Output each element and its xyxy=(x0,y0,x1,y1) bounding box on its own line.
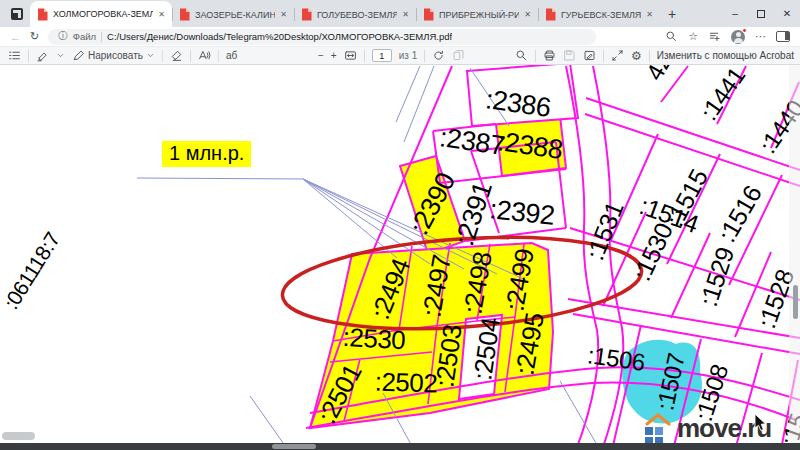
settings-gear-icon[interactable]: ⚙ xyxy=(631,50,642,62)
contents-icon[interactable] xyxy=(8,49,21,62)
search-icon[interactable] xyxy=(515,49,528,62)
page-number-input[interactable]: 1 xyxy=(372,49,392,62)
read-aloud-icon[interactable] xyxy=(198,49,211,62)
fullscreen-icon[interactable] xyxy=(611,49,624,62)
pdf-toolbar: Нарисовать аб − + 1 из 1 ⚙ Изменить с по… xyxy=(0,47,800,65)
file-scheme-label: Файл xyxy=(73,31,96,42)
save-icon[interactable] xyxy=(563,49,576,62)
tab-close-icon[interactable]: ✕ xyxy=(402,10,409,19)
address-url: C:/Users/Денис/Downloads/Telegram%20Desk… xyxy=(107,31,452,42)
parcel-label-0611187: :061118:7 xyxy=(0,228,65,313)
tab-3[interactable]: ПРИБРЕЖНЫЙ-РИЭЛТ.pdf✕ xyxy=(416,2,538,27)
parcel-label-1507: :1507 xyxy=(651,351,690,413)
viewer-bottom-background xyxy=(0,443,800,450)
price-callout: 1 млн.р. xyxy=(162,141,251,167)
parcel-label-2495: :2495 xyxy=(509,310,550,377)
page-count-label: из 1 xyxy=(399,50,418,61)
tabs: ХОЛМОГОРОВКА-ЗЕМЛЯ.pdf✕ЗАОЗЕРЬЕ-КАЛИНОВК… xyxy=(30,0,660,27)
mouse-cursor-icon xyxy=(754,414,767,432)
parcel-label-1530: :1530 xyxy=(627,219,679,286)
parcel-label-2497: :2497 xyxy=(416,252,457,319)
chevron-down-icon[interactable] xyxy=(56,49,65,62)
draw-label: Нарисовать xyxy=(88,50,143,61)
new-tab-button[interactable]: + xyxy=(668,6,676,22)
print-icon[interactable] xyxy=(543,49,556,62)
tab-4[interactable]: ГУРЬЕВСК-ЗЕМЛЯ.pdf✕ xyxy=(538,2,660,27)
eraser-icon[interactable] xyxy=(170,49,183,62)
vertical-scrollbar-thumb[interactable] xyxy=(793,285,798,319)
parcel-label-2502: :2502 xyxy=(374,366,438,399)
fit-width-icon[interactable] xyxy=(344,49,357,62)
parcel-label-1506: :1506 xyxy=(586,341,647,377)
pdf-viewport[interactable]: :061118:7:2386:2387:2388:2390:2391:2392:… xyxy=(0,65,800,450)
page-view-icon[interactable] xyxy=(452,49,465,62)
minimize-button[interactable]: – xyxy=(722,8,748,19)
tab-close-icon[interactable]: ✕ xyxy=(524,10,531,19)
parcel-label-2388: :2388 xyxy=(496,126,565,166)
text-tools-icon[interactable]: аб xyxy=(226,50,237,61)
parcel-label-1516: :1516 xyxy=(712,181,767,248)
address-divider xyxy=(101,32,102,42)
favorite-star-icon[interactable]: ☆ xyxy=(688,30,698,43)
tab-1[interactable]: ЗАОЗЕРЬЕ-КАЛИНОВКА-ЗЕ✕ xyxy=(172,2,294,27)
maximize-icon xyxy=(757,10,765,18)
parcel-label-2530: :2530 xyxy=(342,322,406,356)
tab-label: ГОЛУБЕВО-ЗЕМЛЯ.pdf xyxy=(317,10,397,20)
browser-tab-bar: ХОЛМОГОРОВКА-ЗЕМЛЯ.pdf✕ЗАОЗЕРЬЕ-КАЛИНОВК… xyxy=(0,0,800,27)
parcel-label-2501: :2501 xyxy=(312,359,369,429)
maximize-button[interactable] xyxy=(748,10,774,18)
profile-avatar[interactable] xyxy=(731,30,745,44)
parcel-label-1515: :1515 xyxy=(660,165,714,232)
parcel-labels: :061118:7:2386:2387:2388:2390:2391:2392:… xyxy=(0,65,800,450)
parcel-label-2503: :2503 xyxy=(429,323,468,389)
tab-close-icon[interactable]: ✕ xyxy=(280,10,287,19)
zoom-out-icon[interactable]: − xyxy=(318,50,324,61)
address-bar-actions: ☆ ⋯ xyxy=(665,30,790,44)
tab-label: ЗАОЗЕРЬЕ-КАЛИНОВКА-ЗЕ xyxy=(195,10,275,20)
parcel-label-42: 42 xyxy=(640,65,677,85)
tab-label: ГУРЬЕВСК-ЗЕМЛЯ.pdf xyxy=(561,10,641,20)
parcel-label-2494: :2494 xyxy=(365,254,417,324)
zoom-in-icon[interactable]: + xyxy=(331,50,337,61)
tab-close-icon[interactable]: ✕ xyxy=(158,10,165,19)
tab-0[interactable]: ХОЛМОГОРОВКА-ЗЕМЛЯ.pdf✕ xyxy=(30,1,172,27)
highlighter-icon[interactable] xyxy=(36,49,49,62)
parcel-label-2386: :2386 xyxy=(484,84,553,124)
parcel-label-2498: :2498 xyxy=(457,249,498,316)
address-bar: ← ↻ ⓘ Файл C:/Users/Денис/Downloads/Tele… xyxy=(0,27,800,47)
moveru-watermark: move.ru xyxy=(641,411,771,445)
info-icon[interactable]: ⓘ xyxy=(58,30,68,43)
moveru-logo-icon xyxy=(641,411,675,445)
draw-button[interactable]: Нарисовать xyxy=(72,49,155,62)
horizontal-scrollbar-thumb-left[interactable] xyxy=(2,432,35,440)
tab-2[interactable]: ГОЛУБЕВО-ЗЕМЛЯ.pdf✕ xyxy=(294,2,416,27)
window-controls: – ✕ xyxy=(722,0,800,27)
pen-icon xyxy=(72,49,85,62)
refresh-icon[interactable]: ↻ xyxy=(30,30,39,43)
parcel-label-2499: :2499 xyxy=(499,246,540,313)
vertical-scrollbar[interactable] xyxy=(789,65,800,443)
rotate-icon[interactable] xyxy=(432,49,445,62)
parcel-label-2504: :2504 xyxy=(467,316,506,382)
parcel-label-1531: :1531 xyxy=(580,198,629,265)
save-as-icon[interactable] xyxy=(583,49,596,62)
tab-close-icon[interactable]: ✕ xyxy=(646,10,653,19)
address-input[interactable]: ⓘ Файл C:/Users/Денис/Downloads/Telegram… xyxy=(48,29,596,45)
open-in-acrobat-button[interactable]: Изменить с помощью Acrobat xyxy=(657,50,794,61)
tab-actions-icon[interactable] xyxy=(8,5,25,22)
close-button[interactable]: ✕ xyxy=(774,8,800,19)
back-icon[interactable]: ← xyxy=(10,31,21,43)
collections-icon[interactable] xyxy=(708,30,721,43)
chevron-down-icon xyxy=(146,49,155,62)
menu-dots-icon[interactable]: ⋯ xyxy=(755,30,766,43)
tab-label: ПРИБРЕЖНЫЙ-РИЭЛТ.pdf xyxy=(439,10,519,20)
parcel-label-1529: :1529 xyxy=(694,244,740,310)
notification-dot xyxy=(742,28,747,33)
parcel-label-1441: :1441 xyxy=(695,65,751,126)
zoom-page-icon[interactable] xyxy=(665,30,678,43)
sidebar-icon[interactable] xyxy=(776,31,790,42)
horizontal-scrollbar-thumb[interactable] xyxy=(272,444,316,449)
tab-label: ХОЛМОГОРОВКА-ЗЕМЛЯ.pdf xyxy=(53,9,153,19)
parcel-label-2392: :2392 xyxy=(488,194,556,232)
